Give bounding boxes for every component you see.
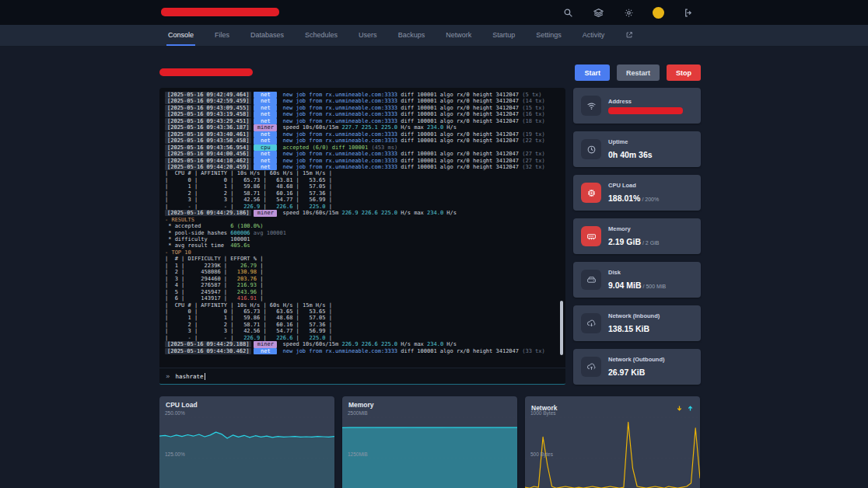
- charts-row: CPU Load250.00%125.00%Memory2500MiB1250M…: [159, 396, 700, 488]
- prompt-glyph: »: [166, 372, 170, 380]
- console-line: | # | DIFFICULTY | EFFORT % |: [165, 256, 565, 262]
- console-line: | - | - | 226.9 | 226.6 | 225.0 |: [165, 335, 565, 341]
- console-panel: [2025-05-16 09:42:49.464]net new job fro…: [159, 88, 565, 368]
- console-line: [2025-05-16 09:43:56.954]cpu accepted (6…: [165, 145, 565, 151]
- stat-label: Network (Outbound): [608, 356, 665, 363]
- console-line: [2025-05-16 09:43:36.187]miner speed 10s…: [165, 124, 565, 131]
- power-buttons: StartRestartStop: [575, 64, 701, 81]
- console-line: * difficulty 100001: [165, 236, 565, 242]
- tab-startup[interactable]: Startup: [491, 25, 516, 46]
- stat-card-address: Address: [573, 88, 701, 124]
- command-text: hashrate: [175, 373, 203, 380]
- start-button[interactable]: Start: [575, 64, 610, 81]
- stat-card-cpu-load: CPU Load188.01% / 200%: [573, 175, 701, 211]
- stat-label: CPU Load: [608, 182, 659, 189]
- external-link-icon[interactable]: [624, 25, 635, 46]
- user-avatar[interactable]: [653, 7, 664, 19]
- console-line: [2025-05-16 09:43:40.461]net new job fro…: [165, 131, 565, 138]
- console-line: | 0 | 0 | 65.73 | 63.81 | 53.65 |: [165, 177, 565, 183]
- tab-backups[interactable]: Backups: [397, 25, 427, 46]
- console-line: [2025-05-16 09:44:20.459]net new job fro…: [165, 164, 565, 170]
- chart-network: Network1000 Bytes500 Bytes: [525, 396, 700, 488]
- console-line: | - | - | 226.9 | 226.6 | 225.0 |: [165, 204, 565, 210]
- stat-value: 26.97 KiB: [608, 368, 645, 377]
- console-line: [2025-05-16 09:42:59.459]net new job fro…: [165, 98, 565, 104]
- logout-icon[interactable]: [679, 3, 698, 22]
- console-line: | 4 | 276587 | 216.93 |: [165, 282, 565, 288]
- stat-label: Address: [608, 98, 683, 105]
- console-line: | 3 | 294460 | 203.76 |: [165, 276, 565, 282]
- page-header: StartRestartStop: [159, 64, 701, 86]
- tab-console[interactable]: Console: [166, 25, 195, 46]
- axis-tick: 1000 Bytes: [530, 410, 556, 416]
- chart-plot-memory: [342, 396, 517, 488]
- command-input[interactable]: » hashrate: [159, 368, 565, 385]
- wifi-icon: [581, 96, 601, 116]
- tab-activity[interactable]: Activity: [581, 25, 607, 46]
- axis-tick: 2500MiB: [348, 410, 368, 416]
- tab-settings[interactable]: Settings: [534, 25, 563, 46]
- stat-value: 188.01%: [608, 193, 640, 203]
- tab-network[interactable]: Network: [444, 25, 473, 46]
- console-line: | 1 | 2239K | 26.79 |: [165, 263, 565, 269]
- chart-memory: Memory2500MiB1250MiB: [342, 396, 517, 488]
- gears-icon[interactable]: [619, 3, 638, 22]
- tab-databases[interactable]: Databases: [249, 25, 285, 46]
- main-content: StartRestartStop [2025-05-16 09:42:49.46…: [159, 46, 704, 488]
- redacted-address: [608, 107, 683, 114]
- cloud-down-icon: [581, 313, 601, 333]
- console-line: | 0 | 0 | 65.73 | 63.65 | 53.65 |: [165, 308, 565, 315]
- console-scrollbar[interactable]: [560, 301, 563, 355]
- stat-value: 9.04 MiB: [608, 281, 642, 290]
- chart-title: Memory: [348, 401, 374, 409]
- console-line: | 2 | 458086 | 130.98 |: [165, 269, 565, 275]
- console-line: [2025-05-16 09:43:09.455]net new job fro…: [165, 105, 565, 111]
- tab-schedules[interactable]: Schedules: [303, 25, 339, 46]
- cloud-up-icon: [581, 357, 601, 377]
- console-line: | 1 | 1 | 59.86 | 48.68 | 57.05 |: [165, 315, 565, 321]
- arrow-down-icon: [676, 401, 683, 415]
- console-line: * avg result time 405.6s: [165, 242, 565, 249]
- console-output[interactable]: [2025-05-16 09:42:49.464]net new job fro…: [159, 88, 565, 368]
- chip-icon: [581, 183, 601, 203]
- panel-root: ConsoleFilesDatabasesSchedulesUsersBacku…: [0, 0, 868, 488]
- console-line: [2025-05-16 09:42:49.464]net new job fro…: [165, 92, 565, 98]
- memory-icon: [581, 226, 601, 246]
- clock-icon: [581, 139, 601, 159]
- layers-icon[interactable]: [589, 3, 607, 22]
- axis-tick: 500 Bytes: [530, 451, 553, 457]
- navbar-icons: [558, 0, 698, 25]
- stop-button[interactable]: Stop: [667, 64, 701, 81]
- tab-users[interactable]: Users: [357, 25, 379, 46]
- console-line: | 5 | 245947 | 243.96 |: [165, 289, 565, 295]
- console-line: | 3 | 3 | 42.56 | 54.77 | 56.99 |: [165, 328, 565, 334]
- console-line: | CPU # | AFFINITY | 10s H/s | 60s H/s |…: [165, 302, 565, 308]
- console-line: [2025-05-16 09:44:29.188]miner speed 10s…: [165, 341, 565, 347]
- stat-label: Uptime: [608, 138, 653, 145]
- stat-label: Memory: [608, 225, 659, 232]
- stat-card-memory: Memory2.19 GiB / 2 GiB: [573, 218, 701, 254]
- console-line: [2025-05-16 09:43:19.458]net new job fro…: [165, 111, 565, 117]
- stat-card-uptime: Uptime0h 40m 36s: [573, 131, 701, 167]
- restart-button[interactable]: Restart: [617, 64, 660, 81]
- chart-plot-cpu-load: [159, 396, 334, 488]
- chart-legend: [676, 401, 694, 415]
- console-line: [2025-05-16 09:44:29.186]miner speed 10s…: [165, 210, 565, 216]
- stat-limit: / 500 MiB: [642, 284, 667, 289]
- console-line: | 6 | 143917 | 416.91 |: [165, 295, 565, 302]
- server-subnav: ConsoleFilesDatabasesSchedulesUsersBacku…: [0, 25, 868, 47]
- stat-card-disk: Disk9.04 MiB / 500 MiB: [573, 262, 701, 298]
- console-line: [2025-05-16 09:43:29.451]net new job fro…: [165, 118, 565, 124]
- console-line: | CPU # | AFFINITY | 10s H/s | 60s H/s |…: [165, 170, 565, 176]
- stat-limit: / 2 GiB: [641, 240, 659, 246]
- redacted-server-name: [159, 68, 253, 76]
- stat-label: Disk: [608, 269, 666, 276]
- stat-card-network-inbound: Network (Inbound)138.15 KiB: [573, 305, 701, 341]
- tab-files[interactable]: Files: [213, 25, 231, 46]
- search-icon[interactable]: [558, 3, 577, 22]
- console-line: - RESULTS: [165, 217, 565, 223]
- tab-bar: ConsoleFilesDatabasesSchedulesUsersBacku…: [166, 25, 868, 46]
- console-line: * accepted 6 (100.0%): [165, 223, 565, 229]
- stat-value: 0h 40m 36s: [608, 150, 653, 159]
- console-line: [2025-05-16 09:44:10.462]net new job fro…: [165, 158, 565, 164]
